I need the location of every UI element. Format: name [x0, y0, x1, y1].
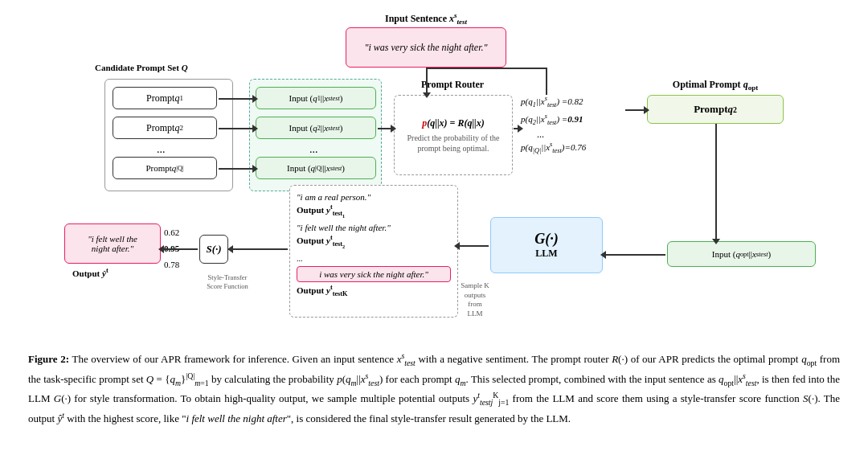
input-sentence-box: "i was very sick the night after." [346, 27, 506, 68]
output-samples-box: "i am a real person." Output yttest1 "i … [289, 185, 458, 318]
arrow-samples-score [231, 248, 288, 250]
arrow-top-h [426, 68, 546, 69]
arrow-q2-input [219, 128, 254, 129]
arrow-qopt-llm [604, 254, 665, 256]
arrow-probs-optimal [625, 109, 645, 111]
prompt-router-box: p(q||x) = R(q||x) Predict the probabilit… [394, 95, 513, 175]
prob-q1: p(q1||xstest) =0.82 [521, 95, 583, 109]
arrow-qQ-input [219, 168, 254, 170]
prob-q2: p(q2||xstest) =0.91 [521, 113, 583, 126]
arrow-optimal-qopt [715, 124, 717, 240]
arrow-sentence-down [546, 68, 547, 95]
arrow-q1-input [219, 98, 254, 100]
optimal-prompt-box: Prompt q2 [647, 95, 784, 124]
arrow-score-yt [162, 248, 198, 250]
prompt-router-label: Prompt Router [400, 79, 505, 91]
prompt-q2-box: Prompt q2 [113, 117, 217, 139]
prob-dots2: ... [537, 129, 544, 141]
sample-k-label: Sample K outputs from LLM [460, 281, 490, 319]
input-q2-box: Input (q2||xstest) [256, 117, 376, 139]
input-dots: ... [309, 143, 318, 156]
prompt-qQ-box: Prompt q|Q| [113, 157, 217, 179]
prob-qQ: p(q|Q|||xstest)=0.76 [521, 141, 586, 154]
candidate-set-label: Candidate Prompt Set Q [95, 63, 188, 72]
output-yt-box: "i felt well thenight after." [64, 223, 161, 264]
score-box: S(·) [199, 235, 228, 264]
arrow-router-probs [514, 128, 519, 129]
arrow-llm-samples [458, 245, 489, 247]
input-q1-box: Input (q1||xstest) [256, 87, 376, 109]
prompt-q1-box: Prompt q1 [113, 87, 217, 109]
input-qQ-box: Input (q|Q|||xstest) [256, 157, 376, 179]
output-yt-label: Output ŷt [72, 267, 108, 278]
llm-box: G(·) LLM [490, 217, 603, 273]
optimal-label: Optimal Prompt qopt [635, 79, 796, 92]
arrow-input-router [378, 128, 392, 129]
figure-caption: Figure 2: The overview of our APR framew… [24, 350, 844, 428]
page: Input Sentence xstest "i was very sick t… [0, 0, 868, 436]
prompt-dots1: ... [157, 143, 166, 156]
arrow-sentence-router [426, 68, 428, 94]
style-transfer-label: Style-Transfer Score Function [199, 273, 256, 291]
diagram: Input Sentence xstest "i was very sick t… [24, 8, 844, 346]
input-sentence-label: Input Sentence xstest [362, 11, 490, 26]
input-qopt-box: Input (qopt||xstest) [667, 241, 816, 267]
